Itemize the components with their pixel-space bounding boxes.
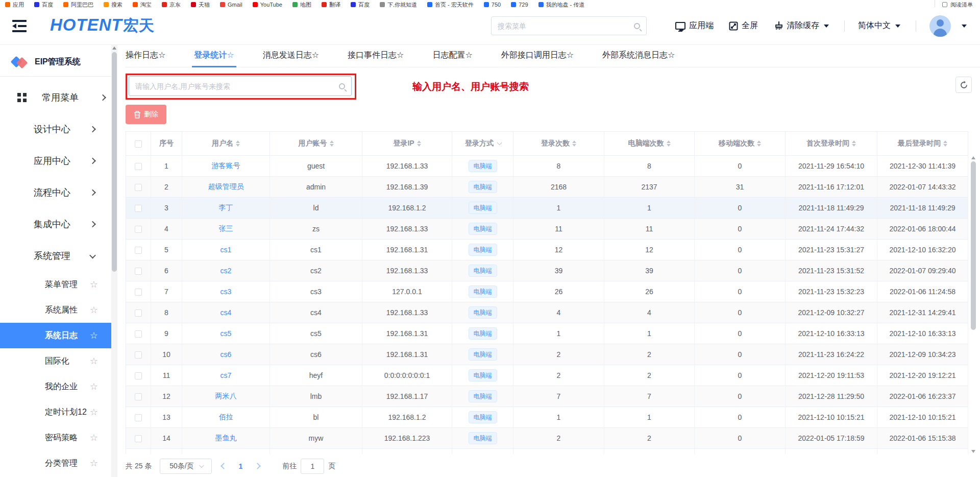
column-header-用户账号[interactable]: 用户账号 (270, 132, 362, 156)
row-checkbox[interactable] (135, 372, 142, 379)
row-checkbox[interactable] (135, 351, 142, 359)
table-scrollbar[interactable] (970, 155, 977, 454)
sidebar-item-国际化[interactable]: 国际化☆ (0, 348, 111, 374)
username-link[interactable]: 墨鱼丸 (215, 434, 237, 442)
column-header-登录IP[interactable]: 登录IP (362, 132, 452, 156)
fullscreen-button[interactable]: 全屏 (729, 20, 758, 31)
column-header-登录次数[interactable]: 登录次数 (513, 132, 604, 156)
bookmark-item[interactable]: YouTube (253, 0, 282, 7)
page-size-select[interactable]: 50条/页 (160, 459, 212, 474)
filter-icon[interactable] (497, 140, 502, 145)
sidebar-item-系统管理[interactable]: 系统管理 (0, 240, 111, 272)
favorite-star-icon[interactable]: ☆ (90, 381, 98, 392)
sort-icon[interactable] (572, 140, 576, 147)
row-checkbox[interactable] (135, 184, 142, 191)
username-link[interactable]: cs4 (220, 308, 232, 317)
sort-icon[interactable] (236, 140, 240, 147)
user-search-input[interactable] (135, 82, 339, 90)
avatar[interactable] (929, 15, 951, 37)
row-checkbox[interactable] (135, 309, 142, 317)
username-link[interactable]: cs7 (220, 371, 232, 379)
column-header-电脑端次数[interactable]: 电脑端次数 (604, 132, 695, 156)
bookmark-item[interactable]: 阿里巴巴 (63, 0, 93, 7)
column-header-首次登录时间[interactable]: 首次登录时间 (786, 132, 877, 156)
bookmark-item[interactable]: 首页 - 宏天软件 (427, 0, 474, 7)
column-header-用户名[interactable]: 用户名 (182, 132, 270, 156)
select-all-checkbox[interactable] (135, 140, 142, 148)
bookmark-item[interactable]: 搜索 (104, 0, 122, 7)
bookmark-item[interactable]: 京东 (162, 0, 181, 7)
row-checkbox[interactable] (135, 289, 142, 296)
row-checkbox[interactable] (135, 226, 142, 233)
bookmark-item[interactable]: 729 (511, 0, 528, 7)
username-link[interactable]: cs3 (220, 288, 232, 296)
username-link[interactable]: 李丁 (219, 203, 233, 211)
bookmark-item[interactable]: 地图 (292, 0, 311, 7)
username-link[interactable]: 两米八 (215, 392, 237, 400)
column-header-最后登录时间[interactable]: 最后登录时间 (877, 132, 968, 156)
sidebar-item-菜单管理[interactable]: 菜单管理☆ (0, 272, 111, 297)
row-checkbox[interactable] (135, 247, 142, 254)
sidebar-item-应用中心[interactable]: 应用中心 (0, 145, 111, 177)
favorite-star-icon[interactable]: ☆ (90, 304, 98, 316)
bookmark-item[interactable]: 750 (484, 0, 501, 7)
tab-登录统计[interactable]: 登录统计☆ (194, 45, 234, 67)
username-link[interactable]: cs5 (220, 329, 232, 338)
favorite-star-icon[interactable]: ☆ (90, 330, 98, 341)
sidebar-item-系统属性[interactable]: 系统属性☆ (0, 297, 111, 323)
row-checkbox[interactable] (135, 205, 142, 212)
row-checkbox[interactable] (135, 414, 142, 421)
favorite-star-icon[interactable]: ☆ (90, 458, 98, 469)
column-header-移动端次数[interactable]: 移动端次数 (695, 132, 786, 156)
tab-外部接口调用日志[interactable]: 外部接口调用日志☆ (501, 45, 574, 67)
tab-消息发送日志[interactable]: 消息发送日志☆ (263, 45, 319, 67)
favorite-star-icon[interactable]: ☆ (90, 355, 98, 367)
menu-search-box[interactable] (491, 16, 647, 35)
scroll-up-arrow-icon[interactable] (112, 46, 116, 50)
app-logo[interactable]: HOTENT 宏天 (50, 15, 154, 36)
user-search-box[interactable] (129, 76, 352, 96)
scroll-down-arrow-icon[interactable] (971, 450, 975, 453)
sidebar-item-定时计划12[interactable]: 定时计划12☆ (0, 399, 111, 425)
username-link[interactable]: cs6 (220, 350, 232, 359)
prev-page-button[interactable] (217, 459, 230, 474)
reading-list-button[interactable]: 阅读清单 (935, 0, 980, 7)
tab-日志配置[interactable]: 日志配置☆ (432, 45, 472, 67)
bookmark-item[interactable]: 翻译 (322, 0, 340, 7)
username-link[interactable]: cs2 (220, 267, 232, 275)
goto-page-input[interactable] (301, 459, 324, 474)
app-client-button[interactable]: 应用端 (675, 20, 714, 31)
sort-icon[interactable] (667, 140, 671, 147)
row-checkbox[interactable] (135, 268, 142, 275)
scrollbar-thumb[interactable] (971, 161, 976, 330)
user-menu[interactable] (929, 15, 967, 37)
scroll-up-arrow-icon[interactable] (971, 156, 975, 159)
favorite-star-icon[interactable]: ☆ (90, 279, 98, 290)
tab-外部系统消息日志[interactable]: 外部系统消息日志☆ (602, 45, 675, 67)
next-page-button[interactable] (251, 459, 264, 474)
sidebar-item-系统日志[interactable]: 系统日志☆ (0, 323, 111, 348)
row-checkbox[interactable] (135, 163, 142, 170)
clear-cache-button[interactable]: 清除缓存 (773, 20, 829, 31)
row-checkbox[interactable] (135, 393, 142, 400)
bookmark-item[interactable]: 百度 (351, 0, 370, 7)
sidebar-scrollbar[interactable] (111, 45, 117, 477)
bookmark-item[interactable]: 天猫 (191, 0, 210, 7)
sort-icon[interactable] (943, 140, 947, 147)
sort-icon[interactable] (417, 140, 421, 147)
bookmark-item[interactable]: 应用 (5, 0, 24, 7)
username-link[interactable]: 佰拉 (219, 413, 233, 421)
sidebar-item-流程中心[interactable]: 流程中心 (0, 177, 111, 208)
username-link[interactable]: 游客账号 (212, 161, 240, 170)
bookmark-item[interactable]: 我的地盘 - 传道 (538, 0, 585, 7)
page-number[interactable]: 1 (235, 462, 246, 470)
bookmark-item[interactable]: 百度 (34, 0, 53, 7)
username-link[interactable]: 超级管理员 (208, 182, 244, 190)
menu-search-input[interactable] (498, 22, 634, 30)
favorite-star-icon[interactable]: ☆ (90, 432, 98, 443)
sidebar-item-quick-menu[interactable]: 常用菜单 (0, 82, 111, 113)
sort-icon[interactable] (330, 140, 334, 147)
row-checkbox[interactable] (135, 435, 142, 442)
sidebar-item-我的企业[interactable]: 我的企业☆ (0, 374, 111, 399)
bookmark-item[interactable]: 下,你就知道 (380, 0, 417, 7)
